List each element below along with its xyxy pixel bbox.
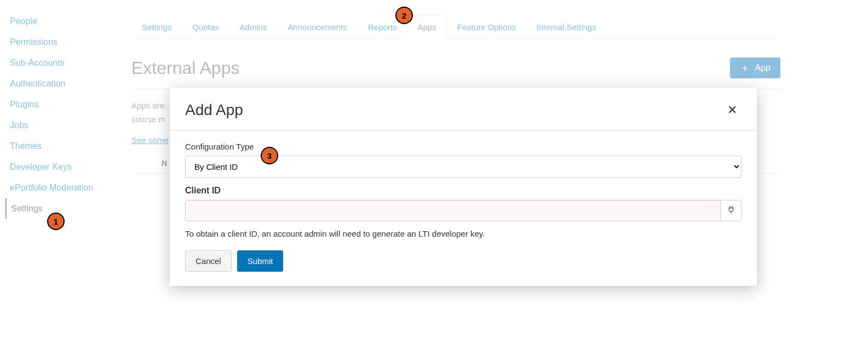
- sidebar-item-authentication[interactable]: Authentication: [10, 73, 115, 94]
- modal-close-button[interactable]: ✕: [723, 101, 741, 119]
- sidebar-item-sub-accounts[interactable]: Sub-Accounts: [10, 53, 115, 73]
- step-badge-1: 1: [47, 213, 65, 230]
- tab-settings[interactable]: Settings: [131, 15, 182, 39]
- modal-header: Add App ✕: [170, 88, 757, 131]
- modal-body: Configuration Type By Client ID Client I…: [170, 131, 757, 286]
- tab-bar: Settings Quotas Admins Announcements Rep…: [131, 15, 780, 39]
- client-id-addon[interactable]: [721, 200, 741, 221]
- sidebar-item-permissions[interactable]: Permissions: [10, 32, 115, 53]
- close-icon: ✕: [727, 103, 737, 117]
- client-id-label: Client ID: [185, 186, 741, 196]
- page-title: External Apps: [131, 58, 239, 78]
- sidebar-item-developer-keys[interactable]: Developer Keys: [10, 157, 115, 177]
- add-app-modal: Add App ✕ Configuration Type By Client I…: [170, 88, 757, 286]
- step-badge-3: 3: [261, 147, 278, 164]
- sidebar-item-people[interactable]: People: [10, 11, 115, 32]
- modal-title: Add App: [185, 101, 243, 119]
- modal-actions: Cancel Submit: [185, 250, 741, 272]
- tab-quotas[interactable]: Quotas: [182, 15, 229, 39]
- sidebar-item-eportfolio-moderation[interactable]: ePortfolio Moderation: [10, 177, 115, 198]
- add-app-button[interactable]: ＋ App: [730, 58, 780, 78]
- step-badge-2: 2: [395, 7, 413, 24]
- sidebar: People Permissions Sub-Accounts Authenti…: [0, 0, 115, 219]
- tab-internal-settings[interactable]: Internal Settings: [526, 15, 606, 39]
- client-id-hint: To obtain a client ID, an account admin …: [185, 229, 741, 238]
- sidebar-item-themes[interactable]: Themes: [10, 136, 115, 157]
- see-lti-tools-link[interactable]: See some: [131, 135, 169, 145]
- tab-feature-options[interactable]: Feature Options: [447, 15, 527, 39]
- plus-icon: ＋: [740, 63, 750, 73]
- sidebar-item-jobs[interactable]: Jobs: [10, 115, 115, 136]
- submit-button[interactable]: Submit: [237, 250, 284, 272]
- add-app-label: App: [755, 63, 771, 73]
- sidebar-item-plugins[interactable]: Plugins: [10, 94, 115, 115]
- plug-icon: [727, 205, 735, 216]
- cancel-button[interactable]: Cancel: [185, 250, 232, 272]
- page-header: External Apps ＋ App: [131, 58, 780, 89]
- tab-admins[interactable]: Admins: [229, 15, 278, 39]
- tab-apps[interactable]: Apps: [407, 15, 447, 39]
- client-id-input[interactable]: [185, 200, 721, 221]
- tab-announcements[interactable]: Announcements: [278, 15, 358, 39]
